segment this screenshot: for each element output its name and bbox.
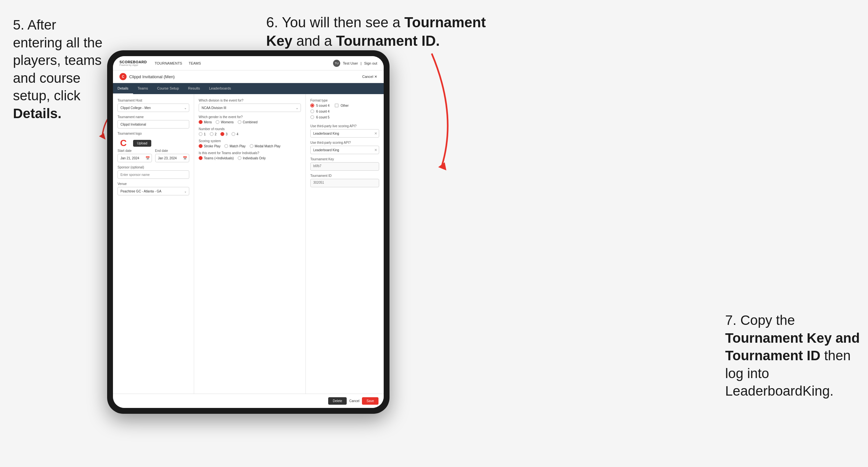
tournament-host-select-wrapper: Clippd College - Men (118, 103, 189, 112)
scoring-medal-match[interactable]: Medal Match Play (250, 144, 280, 148)
tablet-device: SCOREBOARD Powered by clippd TOURNAMENTS… (107, 50, 390, 414)
gender-mens[interactable]: Mens (199, 120, 212, 124)
gender-mens-radio (199, 120, 203, 124)
scoring-radio-group: Stroke Play Match Play Medal Match Play (199, 144, 301, 148)
format-6count5[interactable]: 6 count 5 (310, 115, 330, 119)
user-name: Test User (343, 61, 358, 65)
teams-plus-individuals-radio (199, 156, 203, 160)
gender-womens-radio (216, 120, 219, 124)
start-date-wrapper: 📅 (118, 154, 152, 162)
gender-combined[interactable]: Combined (238, 120, 258, 124)
gender-womens[interactable]: Womens (216, 120, 234, 124)
scoring-medal-match-radio (250, 144, 253, 148)
third-party-input2-wrapper: ✕ (310, 146, 379, 154)
third-party-clear2-icon[interactable]: ✕ (374, 148, 377, 152)
middle-column: Which division is the event for? NCAA Di… (194, 94, 306, 394)
third-party-label2: Use third-party scoring API? (310, 141, 379, 145)
individuals-only-radio (238, 156, 242, 160)
tab-details[interactable]: Details (113, 83, 133, 94)
date-row: Start date 📅 End date 📅 (118, 149, 189, 162)
format-6count5-radio (310, 115, 314, 119)
logo-text: SCOREBOARD (120, 60, 147, 64)
nav-separator: | (361, 61, 362, 65)
tournament-host-select[interactable]: Clippd College - Men (118, 103, 189, 112)
end-date-field: End date 📅 (155, 149, 190, 162)
scoring-stroke-radio (199, 144, 203, 148)
save-button[interactable]: Save (362, 397, 378, 405)
annotation-top-right: 6. You will then see a Tournament Key an… (266, 13, 493, 50)
format-options-group: 5 count 4 6 count 4 6 count 5 (310, 103, 330, 121)
format-other-group: Other (335, 103, 349, 110)
logo-sub: Powered by clippd (120, 64, 147, 66)
page-header: C Clippd Invitational (Men) Cancel ✕ (113, 70, 384, 83)
annotation-left: 5. After entering all the players, teams… (13, 16, 104, 123)
upload-button[interactable]: Upload (133, 140, 151, 147)
format-5count4[interactable]: 5 count 4 (310, 103, 330, 107)
third-party-input2[interactable] (310, 146, 379, 154)
third-party-label1: Use third-party live scoring API? (310, 124, 379, 128)
division-label: Which division is the event for? (199, 99, 301, 102)
tablet-screen: SCOREBOARD Powered by clippd TOURNAMENTS… (113, 56, 384, 408)
tournament-host-label: Tournament Host (118, 99, 189, 102)
division-select-wrapper: NCAA Division III (199, 103, 301, 112)
cancel-button[interactable]: Cancel (349, 399, 359, 403)
nav-teams[interactable]: TEAMS (189, 61, 201, 65)
format-6count4[interactable]: 6 count 4 (310, 110, 330, 113)
left-column: Tournament Host Clippd College - Men Tou… (113, 94, 194, 394)
division-select[interactable]: NCAA Division III (199, 103, 301, 112)
tab-teams[interactable]: Teams (133, 83, 153, 94)
end-date-wrapper: 📅 (155, 154, 190, 162)
rounds-3[interactable]: 3 (220, 132, 227, 136)
scoring-match[interactable]: Match Play (224, 144, 245, 148)
sponsor-label: Sponsor (optional) (118, 165, 189, 169)
format-other[interactable]: Other (335, 103, 349, 107)
gender-combined-radio (238, 120, 242, 124)
arrow-right-icon (399, 50, 464, 174)
teams-label: Is this event for Teams and/or Individua… (199, 151, 301, 155)
scoring-match-radio (224, 144, 228, 148)
rounds-4-radio (231, 132, 235, 136)
tournament-key-value: b6fb7 (310, 162, 379, 171)
nav-tournaments[interactable]: TOURNAMENTS (155, 61, 182, 65)
tournament-id-value: 302051 (310, 179, 379, 187)
scoring-label: Scoring system (199, 139, 301, 143)
start-date-label: Start date (118, 149, 152, 153)
start-date-field: Start date 📅 (118, 149, 152, 162)
format-other-checkbox (335, 103, 339, 107)
nav-links: TOURNAMENTS TEAMS (155, 61, 201, 65)
rounds-1[interactable]: 1 (199, 132, 206, 136)
venue-select-wrapper: Peachtree GC - Atlanta - GA (118, 187, 189, 195)
venue-label: Venue (118, 182, 189, 186)
top-nav: SCOREBOARD Powered by clippd TOURNAMENTS… (113, 56, 384, 70)
rounds-3-radio (220, 132, 224, 136)
rounds-label: Number of rounds (199, 127, 301, 131)
delete-button[interactable]: Delete (328, 397, 347, 405)
tab-course-setup[interactable]: Course Setup (153, 83, 183, 94)
nav-right: TU Test User | Sign out (333, 60, 377, 67)
logo-preview: C (118, 137, 129, 149)
teams-plus-individuals[interactable]: Teams (+Individuals) (199, 156, 234, 160)
header-cancel-button[interactable]: Cancel ✕ (362, 75, 377, 79)
third-party-clear1-icon[interactable]: ✕ (374, 131, 377, 136)
sponsor-input[interactable] (118, 170, 189, 179)
rounds-2[interactable]: 2 (210, 132, 217, 136)
rounds-4[interactable]: 4 (231, 132, 239, 136)
format-5count4-radio (310, 103, 314, 107)
tab-bar: Details Teams Course Setup Results Leade… (113, 83, 384, 94)
user-avatar: TU (333, 60, 340, 67)
format-6count4-radio (310, 110, 314, 113)
tournament-name-label: Tournament name (118, 115, 189, 119)
page-title-icon: C (120, 73, 127, 80)
sign-out-link[interactable]: Sign out (364, 61, 377, 65)
rounds-radio-group: 1 2 3 4 (199, 132, 301, 136)
tab-leaderboards[interactable]: Leaderboards (205, 83, 236, 94)
end-date-label: End date (155, 149, 190, 153)
gender-label: Which gender is the event for? (199, 115, 301, 119)
venue-select[interactable]: Peachtree GC - Atlanta - GA (118, 187, 189, 195)
tournament-name-input[interactable] (118, 120, 189, 128)
scoring-stroke[interactable]: Stroke Play (199, 144, 220, 148)
individuals-only[interactable]: Individuals Only (238, 156, 266, 160)
tab-results[interactable]: Results (183, 83, 205, 94)
third-party-input1[interactable] (310, 129, 379, 137)
teams-radio-group: Teams (+Individuals) Individuals Only (199, 156, 301, 160)
